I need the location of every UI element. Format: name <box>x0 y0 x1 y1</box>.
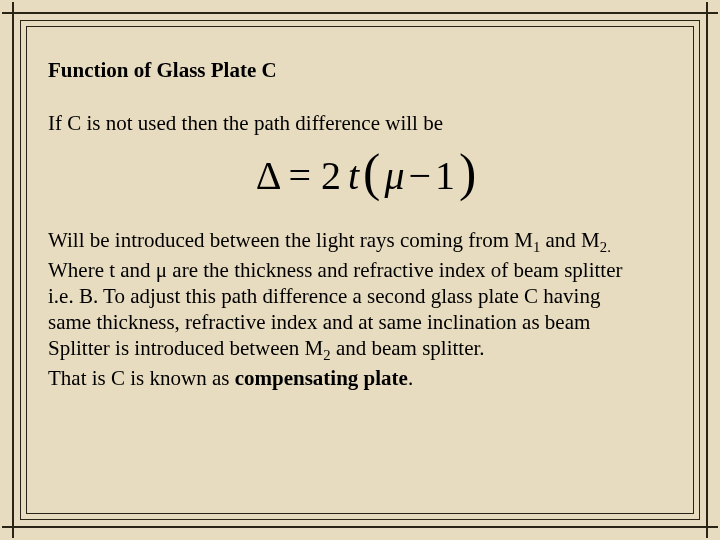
eq-delta: Δ <box>256 152 282 199</box>
eq-two: 2 <box>321 152 341 199</box>
equation-block: Δ = 2 t ( μ − 1 ) <box>48 152 684 199</box>
slide-title: Function of Glass Plate C <box>48 58 684 83</box>
body-bold-term: compensating plate <box>235 366 408 390</box>
body-line6b: . <box>408 366 413 390</box>
eq-one: 1 <box>435 152 455 199</box>
corner-ornament-tl <box>2 2 24 24</box>
slide-content: Function of Glass Plate C If C is not us… <box>48 58 684 500</box>
body-line3: i.e. B. To adjust this path difference a… <box>48 284 600 308</box>
body-line1b: and M <box>540 228 600 252</box>
eq-mu: μ <box>384 152 404 199</box>
corner-ornament-br <box>696 516 718 538</box>
corner-ornament-bl <box>2 516 24 538</box>
body-paragraph: Will be introduced between the light ray… <box>48 227 684 391</box>
body-line6a: That is C is known as <box>48 366 235 390</box>
eq-t: t <box>348 152 359 199</box>
eq-minus: − <box>408 152 431 199</box>
body-line5b: and beam splitter. <box>331 336 485 360</box>
body-sub-m2: 2. <box>600 239 611 255</box>
body-line1a: Will be introduced between the light ray… <box>48 228 533 252</box>
body-line4: same thickness, refractive index and at … <box>48 310 590 334</box>
body-sub-m2b: 2 <box>323 348 330 364</box>
body-line5a: Splitter is introduced between M <box>48 336 323 360</box>
corner-ornament-tr <box>696 2 718 24</box>
intro-text: If C is not used then the path differenc… <box>48 111 684 136</box>
equation: Δ = 2 t ( μ − 1 ) <box>256 152 477 199</box>
body-line2: Where t and μ are the thickness and refr… <box>48 258 623 282</box>
eq-equals: = <box>288 152 311 199</box>
